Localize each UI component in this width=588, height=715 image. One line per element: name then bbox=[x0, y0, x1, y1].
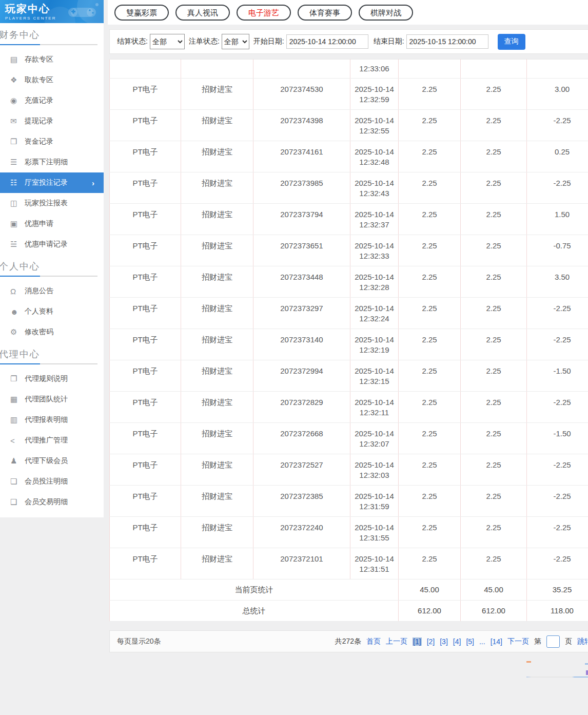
datetime-cell: 2025-10-14 12:32:11 bbox=[350, 392, 399, 423]
time-text: 12:32:59 bbox=[350, 94, 398, 105]
sidebar-item-player-bet-report[interactable]: ◫ 玩家投注报表 › bbox=[0, 193, 104, 214]
summary-label-cell: 当前页统计 bbox=[110, 579, 399, 601]
sidebar-item-recharge-records[interactable]: ◉ 充值记录 › bbox=[0, 90, 104, 111]
sidebar-item-agent-team-stats[interactable]: ▦ 代理团队统计 › bbox=[0, 389, 104, 410]
valid-bet-cell: 2.25 bbox=[461, 79, 527, 110]
sidebar-item-agent-rules[interactable]: ❐ 代理规则说明 › bbox=[0, 369, 104, 389]
bet-amount-cell: 2.25 bbox=[399, 392, 461, 423]
sidebar-item-agent-promotion[interactable]: < 代理推广管理 › bbox=[0, 430, 104, 451]
time-text: 12:32:15 bbox=[350, 376, 398, 387]
page-links: [1][2][3][4][5]...[14] bbox=[413, 637, 502, 646]
page-link-1[interactable]: [1] bbox=[413, 637, 422, 646]
page-link-2[interactable]: [2] bbox=[427, 637, 435, 646]
datetime-cell: 2025-10-14 12:32:07 bbox=[350, 423, 399, 454]
bet-no-cell: 2072372101 bbox=[253, 548, 350, 579]
page-link-3[interactable]: [3] bbox=[440, 637, 448, 646]
goto-suffix-text: 页 bbox=[565, 637, 572, 646]
next-page-link[interactable]: 下一页 bbox=[507, 637, 529, 646]
tab-electronic-games[interactable]: 电子游艺 bbox=[237, 5, 291, 21]
tab-live-video[interactable]: 真人视讯 bbox=[175, 5, 230, 21]
sidebar-item-member-bet-details[interactable]: ❏ 会员投注明细 › bbox=[0, 471, 104, 492]
order-status-select[interactable]: 全部 bbox=[222, 34, 249, 49]
sidebar-item-promo-apply[interactable]: ▣ 优惠申请 › bbox=[0, 214, 104, 234]
goto-page-input[interactable] bbox=[546, 635, 560, 648]
bet-no-cell: 2072372527 bbox=[253, 454, 350, 486]
datetime-cell: 2025-10-14 12:32:33 bbox=[350, 235, 399, 266]
time-text: 12:32:48 bbox=[350, 157, 398, 167]
valid-bet-cell: 2.25 bbox=[461, 172, 527, 204]
sidebar: 玩家中心 PLAYERS CENTER 财务中心 ▤ 存款专区 › ❖ 取款专区… bbox=[0, 0, 104, 517]
sidebar-item-member-transactions[interactable]: ❑ 会员交易明细 › bbox=[0, 492, 104, 512]
page-link-14[interactable]: [14] bbox=[491, 637, 502, 646]
sidebar-item-agent-sub-members[interactable]: ♟ 代理下级会员 › bbox=[0, 451, 104, 471]
game-cell: 招财进宝 bbox=[181, 172, 253, 204]
payout-cell bbox=[527, 60, 588, 79]
date-text: 2025-10-14 bbox=[350, 303, 398, 314]
prev-page-link[interactable]: 上一页 bbox=[386, 637, 407, 646]
time-text: 12:32:55 bbox=[350, 126, 398, 136]
goto-jump-link[interactable]: 跳转 bbox=[577, 637, 588, 646]
end-date-label: 结束日期: bbox=[374, 37, 404, 46]
page-link-5[interactable]: [5] bbox=[466, 637, 474, 646]
sidebar-item-hall-bet-records[interactable]: ☷ 厅室投注记录 › bbox=[0, 172, 104, 193]
bet-no-cell: 2072374530 bbox=[253, 79, 350, 110]
sidebar-item-label: 充值记录 bbox=[25, 96, 53, 105]
bet-no-cell: 2072372668 bbox=[253, 423, 350, 454]
sidebar-item-fund-records[interactable]: ❒ 资金记录 › bbox=[0, 131, 104, 152]
payout-cell: 3.00 bbox=[527, 79, 588, 110]
sidebar-item-lottery-bet-details[interactable]: ☰ 彩票下注明细 › bbox=[0, 152, 104, 172]
bet-no-cell: 2072374161 bbox=[253, 141, 350, 172]
bet-no-cell: 2072372240 bbox=[253, 517, 350, 548]
sidebar-item-promo-apply-records[interactable]: ☱ 优惠申请记录 › bbox=[0, 234, 104, 255]
sidebar-item-agent-report-details[interactable]: ▥ 代理报表明细 › bbox=[0, 410, 104, 430]
valid-bet-cell: 2.25 bbox=[461, 392, 527, 423]
sidebar-item-label: 个人资料 bbox=[25, 307, 53, 316]
withdraw-zone-icon: ❖ bbox=[10, 75, 25, 85]
bet-amount-cell: 2.25 bbox=[399, 360, 461, 392]
bet-amount-cell: 2.25 bbox=[399, 486, 461, 517]
table-row: PT电子 招财进宝 2072372527 2025-10-14 12:32:03… bbox=[110, 454, 588, 486]
game-cell: 招财进宝 bbox=[181, 266, 253, 298]
sidebar-item-change-password[interactable]: ⚙ 修改密码 › bbox=[0, 322, 104, 342]
announcements-icon: Ω bbox=[10, 287, 25, 296]
platform-cell: PT电子 bbox=[110, 329, 181, 360]
sidebar-item-withdraw-zone[interactable]: ❖ 取款专区 › bbox=[0, 70, 104, 90]
page-link-4[interactable]: [4] bbox=[453, 637, 461, 646]
table-row: PT电子 招财进宝 2072372829 2025-10-14 12:32:11… bbox=[110, 392, 588, 423]
sidebar-item-label: 优惠申请 bbox=[25, 219, 53, 228]
sidebar-item-deposit-zone[interactable]: ▤ 存款专区 › bbox=[0, 49, 104, 70]
sidebar-section-items: Ω 消息公告 › ☻ 个人资料 › ⚙ 修改密码 › bbox=[0, 281, 104, 342]
time-text: 12:31:55 bbox=[350, 533, 398, 543]
time-text: 12:31:59 bbox=[350, 501, 398, 512]
first-page-link[interactable]: 首页 bbox=[366, 637, 381, 646]
bet-amount-cell: 2.25 bbox=[399, 172, 461, 204]
page-link-[interactable]: ... bbox=[479, 637, 485, 646]
start-date-input[interactable] bbox=[286, 34, 368, 49]
platform-cell: PT电子 bbox=[110, 110, 181, 141]
total-count-text: 共272条 bbox=[335, 637, 361, 646]
sidebar-item-announcements[interactable]: Ω 消息公告 › bbox=[0, 281, 104, 301]
bet-amount-cell: 2.25 bbox=[399, 235, 461, 266]
datetime-cell: 2025-10-14 12:31:59 bbox=[350, 486, 399, 517]
sidebar-item-withdraw-records[interactable]: ✉ 提现记录 › bbox=[0, 111, 104, 131]
game-cell: 招财进宝 bbox=[181, 235, 253, 266]
settle-status-select[interactable]: 全部 bbox=[150, 34, 185, 49]
valid-bet-cell: 2.25 bbox=[461, 360, 527, 392]
agent-report-details-icon: ▥ bbox=[10, 415, 25, 424]
tab-sports[interactable]: 体育赛事 bbox=[298, 5, 352, 21]
valid-bet-cell: 2.25 bbox=[461, 298, 527, 329]
sidebar-item-label: 代理团队统计 bbox=[25, 395, 68, 404]
end-date-input[interactable] bbox=[406, 34, 488, 49]
datetime-cell: 2025-10-14 12:32:03 bbox=[350, 454, 399, 486]
tab-lottery[interactable]: 雙赢彩票 bbox=[114, 5, 169, 21]
tab-board-games[interactable]: 棋牌对战 bbox=[359, 5, 413, 21]
time-text: 12:32:11 bbox=[350, 408, 398, 418]
summary-bet-cell: 612.00 bbox=[399, 601, 461, 622]
game-cell bbox=[181, 60, 253, 79]
bet-no-cell: 2072373794 bbox=[253, 204, 350, 235]
date-text: 2025-10-14 bbox=[350, 366, 398, 376]
sidebar-item-profile[interactable]: ☻ 个人资料 › bbox=[0, 301, 104, 322]
sidebar-section: 代理中心 ❐ 代理规则说明 › ▦ 代理团队统计 › ▥ 代理报表明细 › < … bbox=[0, 349, 104, 512]
query-button[interactable]: 查询 bbox=[498, 34, 525, 50]
bet-amount-cell: 2.25 bbox=[399, 329, 461, 360]
